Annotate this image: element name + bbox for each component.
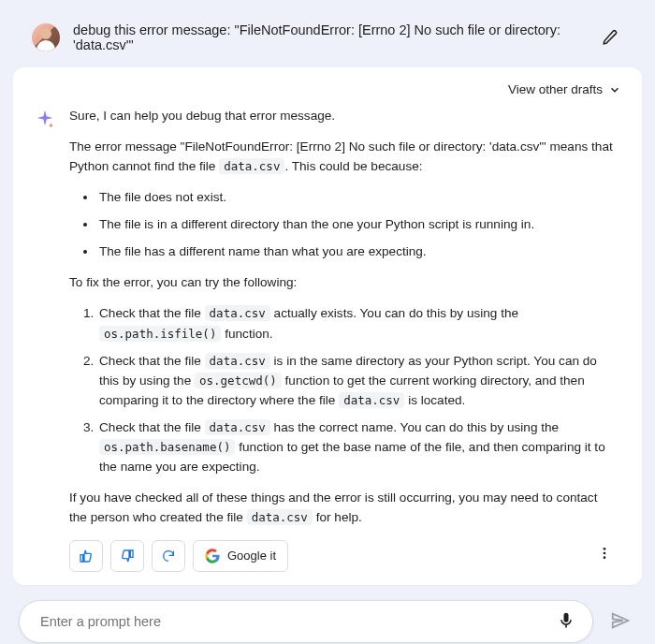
fixes-list: Check that the file data.csv actually ex… bbox=[69, 303, 618, 476]
thumbs-down-button[interactable] bbox=[110, 540, 144, 572]
more-options-button[interactable] bbox=[591, 540, 618, 572]
thumbs-down-icon bbox=[120, 549, 135, 564]
svg-point-1 bbox=[604, 552, 606, 555]
microphone-button[interactable] bbox=[553, 607, 579, 637]
pencil-icon bbox=[602, 29, 619, 46]
response-intro: Sure, I can help you debug that error me… bbox=[69, 106, 618, 125]
prompt-input[interactable] bbox=[40, 614, 553, 629]
refresh-icon bbox=[161, 549, 176, 564]
vertical-dots-icon bbox=[597, 546, 612, 561]
list-item: Check that the file data.csv actually ex… bbox=[97, 303, 618, 343]
google-it-label: Google it bbox=[227, 547, 276, 565]
svg-rect-3 bbox=[565, 625, 567, 628]
input-row bbox=[13, 600, 642, 643]
regenerate-button[interactable] bbox=[152, 540, 185, 572]
thumbs-up-button[interactable] bbox=[69, 540, 103, 572]
user-avatar bbox=[32, 23, 60, 51]
microphone-icon bbox=[557, 611, 575, 630]
list-item: Check that the file data.csv has the cor… bbox=[97, 417, 618, 476]
thumbs-up-icon bbox=[79, 549, 94, 564]
causes-list: The file does not exist. The file is in … bbox=[69, 187, 618, 261]
response-body: Sure, I can help you debug that error me… bbox=[69, 106, 621, 572]
code-datafile: data.csv bbox=[219, 158, 284, 174]
view-other-drafts-button[interactable]: View other drafts bbox=[508, 82, 621, 96]
chevron-down-icon bbox=[608, 83, 621, 96]
edit-prompt-button[interactable] bbox=[597, 24, 623, 51]
user-prompt-row: debug this error message: "FileNotFoundE… bbox=[13, 13, 642, 67]
svg-point-2 bbox=[604, 556, 606, 559]
list-item: The file does not exist. bbox=[97, 187, 618, 207]
list-item: The file has a different name than what … bbox=[97, 242, 618, 261]
send-button[interactable] bbox=[604, 605, 636, 639]
feedback-row: Google it bbox=[69, 540, 618, 572]
closing-paragraph: If you have checked all of these things … bbox=[69, 488, 618, 527]
list-item: Check that the file data.csv is in the s… bbox=[97, 351, 618, 410]
list-item: The file is in a different directory tha… bbox=[97, 214, 618, 234]
prompt-input-container[interactable] bbox=[19, 600, 593, 643]
google-logo-icon bbox=[205, 549, 220, 564]
response-card: View other drafts Sure, I can help you d… bbox=[13, 67, 642, 585]
bard-sparkle-icon bbox=[34, 108, 56, 130]
svg-point-0 bbox=[604, 548, 606, 550]
drafts-label: View other drafts bbox=[508, 82, 603, 96]
user-prompt-text: debug this error message: "FileNotFoundE… bbox=[73, 22, 584, 52]
drafts-row: View other drafts bbox=[34, 82, 621, 96]
send-icon bbox=[610, 610, 631, 631]
fix-intro: To fix the error, you can try the follow… bbox=[69, 272, 618, 292]
response-para1: The error message "FileNotFoundError: [E… bbox=[69, 137, 618, 176]
google-it-button[interactable]: Google it bbox=[193, 540, 288, 572]
